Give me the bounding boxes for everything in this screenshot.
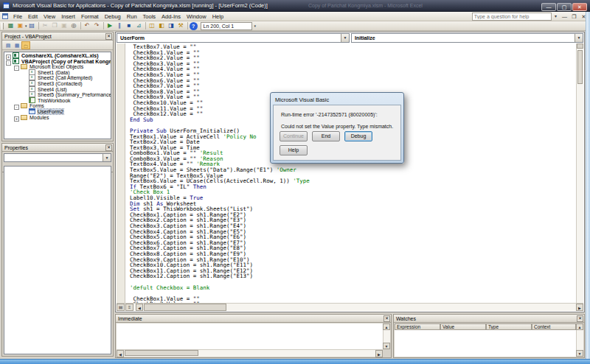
- properties-object-dropdown[interactable]: ▼: [4, 153, 111, 162]
- run-icon[interactable]: ▶: [105, 21, 115, 30]
- tree-item-microsoft[interactable]: -Microsoft Excel Objects: [4, 63, 111, 69]
- object-dropdown[interactable]: UserForm ▼: [117, 33, 350, 43]
- collapse-icon[interactable]: -: [6, 60, 11, 66]
- menu-debug[interactable]: Debug: [102, 12, 124, 21]
- scroll-right-icon[interactable]: ▶: [576, 304, 583, 311]
- horizontal-scrollbar[interactable]: ◀ ▶: [117, 349, 383, 357]
- menu-file[interactable]: File: [10, 12, 25, 21]
- watches-column-value[interactable]: Value: [440, 323, 486, 330]
- properties-window-icon[interactable]: ◧: [157, 21, 167, 30]
- menu-add-ins[interactable]: Add-Ins: [159, 12, 184, 21]
- tree-item-sheet2[interactable]: Sheet2 (Call Attempted): [4, 74, 111, 80]
- tree-item-userform2[interactable]: UserForm2: [4, 108, 111, 114]
- help-dropdown-icon[interactable]: ▾: [553, 13, 558, 21]
- scrollbar-thumb[interactable]: [144, 304, 226, 311]
- menu-run[interactable]: Run: [124, 12, 140, 21]
- toolbar-options-icon[interactable]: ▾: [252, 21, 257, 31]
- menu-format[interactable]: Format: [78, 12, 102, 21]
- menu-edit[interactable]: Edit: [25, 12, 41, 21]
- redo-icon[interactable]: ↷: [92, 21, 102, 30]
- procedure-dropdown[interactable]: Initialize ▼: [351, 33, 583, 43]
- expand-icon[interactable]: +: [14, 116, 19, 122]
- properties-close-icon[interactable]: ✕: [105, 144, 112, 151]
- watches-column-type[interactable]: Type: [486, 323, 532, 330]
- code-lines[interactable]: TextBox7.Value = "" CheckBox1.Value = ""…: [125, 44, 576, 303]
- toggle-folders-icon[interactable]: 🗀: [21, 41, 30, 49]
- immediate-close-icon[interactable]: ✕: [384, 315, 390, 322]
- scroll-down-icon[interactable]: ▼: [383, 343, 390, 349]
- maximize-icon[interactable]: ▢: [557, 3, 572, 11]
- scroll-left-icon[interactable]: ◀: [117, 350, 124, 357]
- tree-item-modules[interactable]: +Modules: [4, 114, 111, 120]
- tree-item-sheet3[interactable]: Sheet3 (Contacted): [4, 80, 111, 86]
- tree-item-sheet4[interactable]: Sheet4 (List): [4, 86, 111, 92]
- tree-item-vbaproject[interactable]: -VBAProject (Copy of Parichat Kongmiya.x…: [4, 58, 111, 64]
- tree-item-thisworkbook[interactable]: ThisWorkbook: [4, 97, 111, 103]
- child-minimize-icon[interactable]: —: [560, 13, 569, 21]
- userform-window-icon[interactable]: [2, 13, 8, 19]
- menu-window[interactable]: Window: [184, 12, 209, 21]
- properties-panel-header[interactable]: Properties ✕: [2, 144, 113, 152]
- project-close-icon[interactable]: ✕: [105, 33, 112, 40]
- dropdown-arrow-icon[interactable]: ▼: [575, 34, 583, 42]
- end-button[interactable]: End: [312, 131, 340, 141]
- collapse-icon[interactable]: -: [14, 105, 19, 110]
- child-restore-icon[interactable]: ❐: [569, 13, 579, 21]
- horizontal-scrollbar[interactable]: ▤ ≡ ◀ ▶: [117, 303, 583, 311]
- insert-userform-icon[interactable]: ▣: [15, 21, 25, 30]
- menu-insert[interactable]: Insert: [58, 12, 78, 21]
- toolbox-icon[interactable]: ⚒: [176, 21, 186, 30]
- debug-button[interactable]: Debug: [344, 131, 372, 141]
- tree-item-comsharexl[interactable]: +ComshareXL (ComshareXL.xls): [4, 52, 111, 58]
- tree-item-forms[interactable]: -Forms: [4, 102, 111, 108]
- view-object-icon[interactable]: ▦: [13, 41, 21, 49]
- help-button[interactable]: Help: [280, 145, 308, 155]
- scroll-up-icon[interactable]: ▲: [383, 323, 390, 330]
- immediate-input-area[interactable]: [117, 323, 383, 349]
- scroll-right-icon[interactable]: ▶: [375, 350, 383, 357]
- scrollbar-thumb[interactable]: [125, 350, 198, 356]
- menu-tools[interactable]: Tools: [140, 12, 159, 21]
- tree-item-sheet1[interactable]: Sheet1 (Data): [4, 69, 111, 75]
- menu-help[interactable]: Help: [209, 12, 226, 21]
- splitter-handle[interactable]: [577, 43, 583, 49]
- close-icon[interactable]: ✕: [572, 3, 587, 11]
- vertical-scrollbar[interactable]: ▲ ▼: [576, 323, 583, 357]
- scroll-left-icon[interactable]: ◀: [136, 304, 143, 311]
- help-icon[interactable]: ?: [190, 22, 198, 30]
- save-icon[interactable]: ▤: [27, 21, 37, 30]
- vertical-scrollbar[interactable]: [576, 43, 583, 303]
- code-margin[interactable]: [117, 43, 125, 303]
- find-icon[interactable]: ◎: [69, 21, 79, 30]
- watches-panel-header[interactable]: Watches ✕: [394, 315, 584, 323]
- toolbar-grip[interactable]: [1, 23, 4, 29]
- dropdown-arrow-icon[interactable]: ▼: [341, 34, 349, 42]
- full-module-view-icon[interactable]: ≡: [125, 304, 133, 311]
- watches-list[interactable]: [395, 330, 576, 357]
- procedure-view-icon[interactable]: ▤: [117, 304, 125, 311]
- scroll-up-icon[interactable]: ▲: [576, 323, 583, 330]
- reset-icon[interactable]: ■: [125, 21, 134, 30]
- tree-item-sheet5[interactable]: Sheet5 (Summary_Preformance): [4, 91, 111, 97]
- view-microsoft-excel-icon[interactable]: ▦: [6, 21, 15, 30]
- immediate-panel-header[interactable]: Immediate ✕: [116, 315, 391, 323]
- project-explorer-icon[interactable]: ◫: [148, 21, 157, 30]
- minimize-icon[interactable]: —: [541, 3, 556, 11]
- view-code-icon[interactable]: ▤: [4, 41, 13, 49]
- properties-list[interactable]: [4, 166, 111, 354]
- watches-column-context[interactable]: Context: [532, 323, 576, 330]
- scroll-down-icon[interactable]: ▼: [576, 350, 583, 357]
- undo-icon[interactable]: ↶: [83, 21, 92, 30]
- dropdown-arrow-icon[interactable]: ▼: [103, 154, 111, 161]
- help-search-input[interactable]: [472, 13, 552, 21]
- watches-close-icon[interactable]: ✕: [577, 315, 583, 322]
- scrollbar-thumb[interactable]: [577, 50, 583, 84]
- watches-column-expression[interactable]: Expression: [395, 323, 440, 330]
- project-panel-header[interactable]: Project - VBAProject ✕: [2, 32, 113, 41]
- object-browser-icon[interactable]: ◨: [167, 21, 176, 30]
- collapse-icon[interactable]: -: [14, 66, 19, 71]
- break-icon[interactable]: ∥: [115, 21, 125, 30]
- menu-view[interactable]: View: [41, 12, 58, 21]
- vertical-scrollbar[interactable]: ▲ ▼: [383, 323, 390, 349]
- dialog-title-bar[interactable]: Microsoft Visual Basic: [273, 95, 401, 105]
